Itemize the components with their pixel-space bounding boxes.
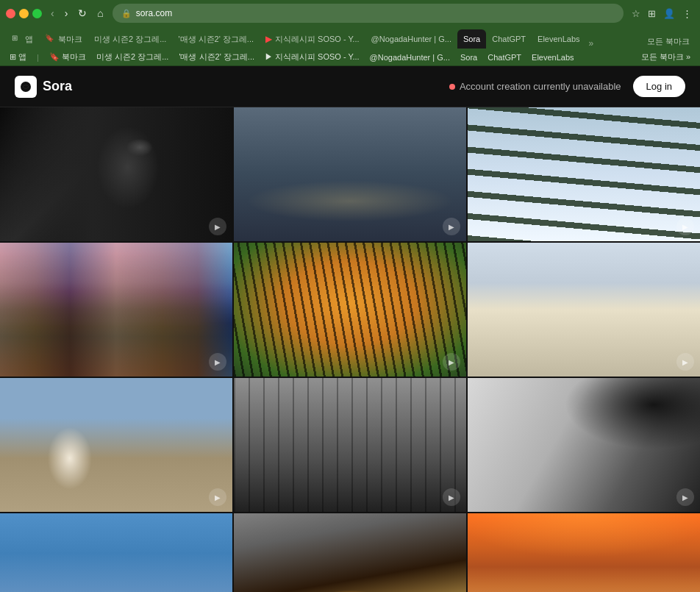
tab-favicon: 🔖 [45, 34, 55, 44]
tab-elevenlabs[interactable]: ElevenLabs [532, 29, 586, 49]
grid-cell-harbor[interactable]: ▶ [234, 378, 466, 512]
all-bookmarks-button[interactable]: 모든 북마크 [643, 35, 694, 49]
tab-misaeng[interactable]: 미생 시즌2 장그레... [88, 29, 172, 49]
star-icon[interactable]: ☆ [629, 7, 643, 21]
sora-video-grid: ▶ ▶ ▶ ▶ ▶ ▶ ▶ ▶ ▶ ▶ ▶ [0, 107, 700, 592]
sora-logo-icon [15, 76, 37, 98]
more-tabs-button[interactable]: » [589, 38, 594, 49]
refresh-button[interactable]: ↻ [75, 6, 90, 21]
profile-icon[interactable]: 👤 [661, 7, 677, 21]
tab-sora[interactable]: Sora [457, 29, 486, 49]
bookmarks-bar: ⊞ 앱 | 🔖 북마크 미생 시즌2 장그레... '매생 시즌2' 장그레..… [0, 49, 700, 66]
browser-window-controls [6, 9, 42, 18]
bookmark-apps[interactable]: ⊞ 앱 [6, 50, 30, 64]
home-button[interactable]: ⌂ [94, 6, 106, 21]
tab-chatgpt[interactable]: ChatGPT [486, 29, 532, 49]
tab-label: 미생 시즌2 장그레... [94, 34, 166, 45]
sora-nav-right: Account creation currently unavailable L… [449, 76, 685, 97]
tab-label: @NogadaHunter | G... [371, 35, 451, 43]
tab-apps[interactable]: ⊞ 앱 [6, 29, 39, 49]
bookmark-sep1: | [33, 51, 43, 63]
unavailable-text: Account creation currently unavailable [460, 81, 621, 92]
tab-bookmark[interactable]: 🔖 북마크 [39, 29, 88, 49]
extension-icon[interactable]: ⊞ [646, 7, 658, 21]
window-close-button[interactable] [6, 9, 15, 18]
bookmark-sora[interactable]: Sora [457, 51, 481, 63]
address-bar[interactable]: 🔒 sora.com [113, 4, 624, 23]
grid-cell-tiger[interactable]: ▶ [234, 243, 466, 377]
browser-navigation: ‹ › ↻ ⌂ [48, 6, 107, 21]
grid-cell-dog-field[interactable]: ▶ [468, 243, 700, 377]
play-icon: ▶ [209, 488, 226, 506]
play-icon: ▶ [676, 218, 694, 235]
bookmark-nogada[interactable]: @NogadaHunter | G... [366, 51, 454, 63]
lock-icon: 🔒 [121, 9, 132, 18]
menu-icon[interactable]: ⋮ [680, 7, 694, 21]
window-maximize-button[interactable] [32, 9, 42, 18]
window-minimize-button[interactable] [19, 9, 29, 18]
bookmark-maesaeng[interactable]: '매생 시즌2' 장그레... [175, 50, 258, 64]
sora-app: Sora Account creation currently unavaila… [0, 66, 700, 592]
browser-chrome: ‹ › ↻ ⌂ 🔒 sora.com ☆ ⊞ 👤 ⋮ ⊞ 앱 🔖 북마크 미생 … [0, 0, 700, 66]
play-icon: ▶ [209, 218, 226, 235]
sora-navbar: Sora Account creation currently unavaila… [0, 66, 700, 107]
grid-cell-tentacle[interactable]: ▶ [468, 378, 700, 512]
bookmark-soso[interactable]: ▶ 지식레시피 SOSO - Y... [261, 50, 363, 64]
forward-button[interactable]: › [62, 6, 71, 21]
unavailable-notice: Account creation currently unavailable [449, 81, 621, 92]
tab-favicon: ⊞ [12, 34, 22, 44]
unavailable-dot [449, 84, 455, 90]
grid-cell-snow-forest[interactable]: ▶ [468, 107, 700, 241]
tab-youtube[interactable]: ▶ 지식레시피 SOSO - Y... [260, 29, 365, 49]
login-button[interactable]: Log in [633, 76, 685, 97]
back-button[interactable]: ‹ [48, 6, 57, 21]
grid-cell-street[interactable]: ▶ [0, 243, 232, 377]
tab-label: Sora [463, 35, 480, 43]
bookmark-elevenlabs[interactable]: ElevenLabs [528, 51, 578, 63]
browser-action-buttons: ☆ ⊞ 👤 ⋮ [629, 7, 694, 21]
tab-label: 북마크 [58, 34, 82, 45]
bookmark-chatgpt[interactable]: ChatGPT [484, 51, 525, 63]
play-icon: ▶ [209, 353, 226, 371]
tab-label: 앱 [25, 34, 33, 45]
browser-tabs: ⊞ 앱 🔖 북마크 미생 시즌2 장그레... '매생 시즌2' 장그레... … [0, 26, 700, 49]
grid-cell-chicken[interactable]: ▶ [0, 378, 232, 512]
bookmark-all[interactable]: 모든 북마크 » [638, 50, 694, 64]
grid-cell-bw-man[interactable]: ▶ [0, 107, 232, 241]
play-icon: ▶ [443, 353, 460, 371]
bookmark-main[interactable]: 🔖 북마크 [46, 50, 90, 64]
grid-cell-desert[interactable]: ▶ [468, 513, 700, 592]
grid-cell-rocket[interactable]: ▶ [0, 513, 232, 592]
play-icon: ▶ [443, 488, 460, 506]
play-icon: ▶ [443, 218, 460, 235]
sora-logo: Sora [15, 76, 72, 98]
grid-cell-coffee[interactable]: ▶ [234, 513, 466, 592]
sora-logo-text: Sora [43, 79, 72, 94]
tab-label: '매생 시즌2' 장그레... [178, 34, 254, 45]
tab-twitter[interactable]: @NogadaHunter | G... [365, 29, 457, 49]
browser-titlebar: ‹ › ↻ ⌂ 🔒 sora.com ☆ ⊞ 👤 ⋮ [0, 0, 700, 26]
sora-logo-svg [19, 80, 32, 93]
tab-label: 지식레시피 SOSO - Y... [275, 34, 360, 45]
tab-maesaeng[interactable]: '매생 시즌2' 장그레... [172, 29, 260, 49]
tab-label: ElevenLabs [538, 35, 580, 43]
youtube-icon: ▶ [265, 34, 272, 44]
play-icon: ▶ [676, 488, 694, 506]
play-icon: ▶ [676, 353, 694, 371]
address-text: sora.com [136, 8, 172, 18]
bookmark-misaeng[interactable]: 미생 시즌2 장그레... [93, 50, 172, 64]
tab-label: ChatGPT [492, 35, 526, 43]
grid-cell-stadium[interactable]: ▶ [234, 107, 466, 241]
